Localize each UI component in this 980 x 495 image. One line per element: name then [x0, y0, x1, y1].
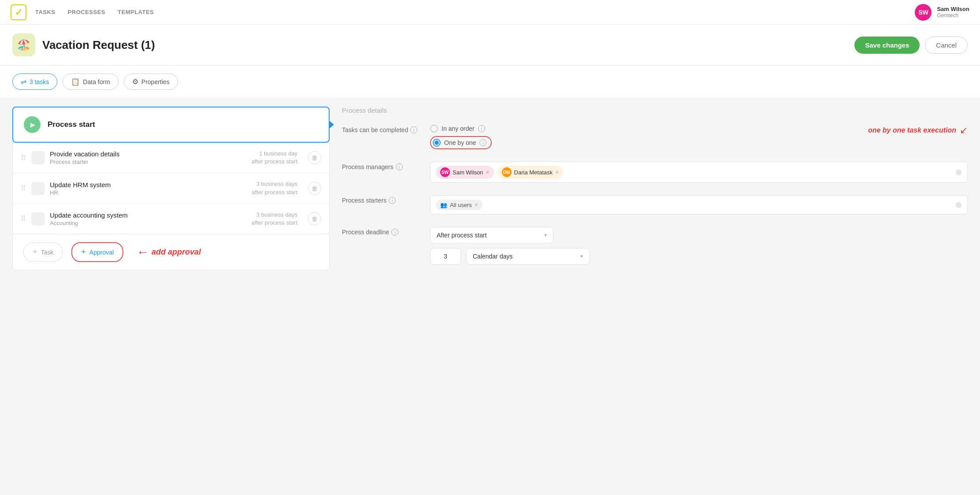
user-avatar: SW — [915, 4, 932, 21]
add-task-button[interactable]: + Task — [23, 243, 63, 262]
deadline-select-value: After process start — [437, 232, 487, 239]
radio-one-by-one-highlight: One by one i — [430, 136, 492, 149]
process-managers-info-icon: i — [396, 163, 403, 170]
add-approval-plus-icon: + — [81, 248, 86, 257]
remove-starter-all[interactable]: × — [475, 201, 478, 208]
radio-annotation: one by one task execution ↙ — [868, 125, 968, 136]
process-managers-value: SW Sam Wilson × DM Daria Metatask × ⊗ — [430, 162, 968, 183]
tab-tasks[interactable]: ⇌ 3 tasks — [12, 74, 57, 90]
radio-circle-any-order — [430, 125, 438, 133]
tasks-icon: ⇌ — [21, 78, 26, 86]
table-row: ⠿ Update HRM system HR 3 business days a… — [13, 173, 329, 203]
process-start-label: Process start — [48, 120, 95, 129]
tasks-completion-info-icon: i — [410, 126, 417, 133]
process-details-title: Process details — [342, 107, 968, 114]
annotation-arrow-icon: ↙ — [960, 125, 968, 136]
left-panel: ▶ Process start ⠿ Provide vacation detai… — [12, 107, 330, 495]
radio-group: In any order i One by one i — [430, 125, 863, 149]
deadline-unit-select[interactable]: Calendar days ▾ — [466, 248, 590, 265]
play-button: ▶ — [24, 116, 41, 133]
deadline-unit-value: Calendar days — [473, 253, 512, 260]
deadline-select[interactable]: After process start ▾ — [430, 227, 553, 244]
one-by-one-info-icon: i — [479, 139, 486, 146]
all-users-icon: 👥 — [440, 202, 447, 208]
tab-properties-label: Properties — [141, 78, 170, 85]
task-info-3: Update accounting system Accounting — [50, 211, 246, 226]
add-approval-button[interactable]: + Approval — [71, 242, 123, 262]
page-icon: 🏖️ — [12, 33, 35, 56]
task-info-1: Provide vacation details Process starter — [50, 150, 246, 165]
task-sub-2: HR — [50, 189, 246, 196]
nav-templates[interactable]: TEMPLATES — [118, 9, 154, 15]
process-deadline-label: Process deadline i — [342, 227, 430, 236]
add-task-plus-icon: + — [33, 248, 37, 257]
clear-starters-icon[interactable]: ⊗ — [955, 200, 962, 210]
task-checkbox-2 — [31, 182, 45, 195]
page-header: 🏖️ Vacation Request (1) Save changes Can… — [0, 25, 980, 66]
annotation-approval-text: add approval — [152, 248, 201, 257]
radio-one-by-one-label: One by one — [444, 139, 476, 146]
nav-links: TASKS PROCESSES TEMPLATES — [35, 9, 154, 15]
annotation-radio-text: one by one task execution — [868, 126, 956, 134]
top-nav: ✓ TASKS PROCESSES TEMPLATES SW Sam Wilso… — [0, 0, 980, 25]
process-start-card: ▶ Process start — [12, 107, 330, 143]
remove-manager-dm[interactable]: × — [555, 169, 559, 176]
radio-one-by-one[interactable]: One by one i — [430, 136, 863, 149]
delete-task-1[interactable]: 🗑 — [308, 151, 321, 164]
play-icon: ▶ — [30, 121, 35, 128]
drag-handle-icon[interactable]: ⠿ — [21, 154, 26, 162]
tab-data-form[interactable]: 📋 Data form — [63, 74, 118, 90]
process-deadline-info-icon: i — [391, 229, 398, 236]
any-order-info-icon: i — [478, 125, 485, 132]
drag-handle-icon[interactable]: ⠿ — [21, 214, 26, 223]
task-info-2: Update HRM system HR — [50, 181, 246, 196]
chevron-down-icon: ▾ — [544, 232, 547, 238]
table-row: ⠿ Provide vacation details Process start… — [13, 143, 329, 173]
process-managers-field[interactable]: SW Sam Wilson × DM Daria Metatask × ⊗ — [430, 162, 968, 183]
cancel-button[interactable]: Cancel — [925, 37, 968, 54]
task-deadline-2: 3 business days after process start — [252, 180, 297, 196]
add-row: + Task + Approval ← add approval — [12, 234, 330, 270]
nav-tasks[interactable]: TASKS — [35, 9, 56, 15]
process-managers-row: Process managers i SW Sam Wilson × DM Da… — [342, 162, 968, 183]
tasks-completion-value: In any order i One by one i — [430, 125, 863, 149]
process-deadline-value: After process start ▾ Calendar days ▾ — [430, 227, 968, 265]
deadline-number-input[interactable] — [430, 248, 461, 265]
task-name-2: Update HRM system — [50, 181, 246, 188]
save-button[interactable]: Save changes — [854, 37, 920, 54]
delete-task-3[interactable]: 🗑 — [308, 212, 321, 225]
page-title: Vacation Request (1) — [42, 38, 155, 52]
tab-properties[interactable]: ⚙ Properties — [124, 74, 178, 90]
header-actions: Save changes Cancel — [854, 37, 968, 54]
process-starters-field[interactable]: 👥 All users × ⊗ — [430, 195, 968, 214]
task-sub-3: Accounting — [50, 220, 246, 226]
clear-managers-icon[interactable]: ⊗ — [955, 167, 962, 177]
task-sub-1: Process starter — [50, 159, 246, 165]
tasks-completion-row: Tasks can be completed i In any order i … — [342, 125, 968, 149]
starter-all-label: All users — [450, 202, 472, 208]
user-company: Gemtech — [937, 12, 969, 18]
process-deadline-row: Process deadline i After process start ▾… — [342, 227, 968, 265]
task-name-3: Update accounting system — [50, 211, 246, 219]
approval-annotation: ← add approval — [137, 245, 201, 259]
tabs-row: ⇌ 3 tasks 📋 Data form ⚙ Properties — [0, 66, 980, 98]
user-info: Sam Wilson Gemtech — [937, 6, 969, 18]
right-panel: Process details Tasks can be completed i… — [342, 107, 968, 495]
table-row: ⠿ Update accounting system Accounting 3 … — [13, 204, 329, 234]
process-starters-value: 👥 All users × ⊗ — [430, 195, 968, 214]
tab-data-form-label: Data form — [83, 78, 110, 85]
data-form-icon: 📋 — [71, 78, 80, 86]
manager-avatar-dm: DM — [502, 167, 512, 177]
radio-circle-one-by-one — [433, 139, 441, 147]
delete-task-2[interactable]: 🗑 — [308, 182, 321, 195]
starter-tag-all: 👥 All users × — [436, 199, 483, 210]
process-starters-row: Process starters i 👥 All users × ⊗ — [342, 195, 968, 214]
drag-handle-icon[interactable]: ⠿ — [21, 184, 26, 192]
tasks-completion-label: Tasks can be completed i — [342, 125, 430, 133]
nav-processes[interactable]: PROCESSES — [68, 9, 105, 15]
properties-icon: ⚙ — [132, 78, 138, 86]
radio-any-order[interactable]: In any order i — [430, 125, 863, 133]
app-logo: ✓ — [11, 4, 26, 20]
remove-manager-sw[interactable]: × — [486, 169, 489, 176]
user-name: Sam Wilson — [937, 6, 969, 12]
